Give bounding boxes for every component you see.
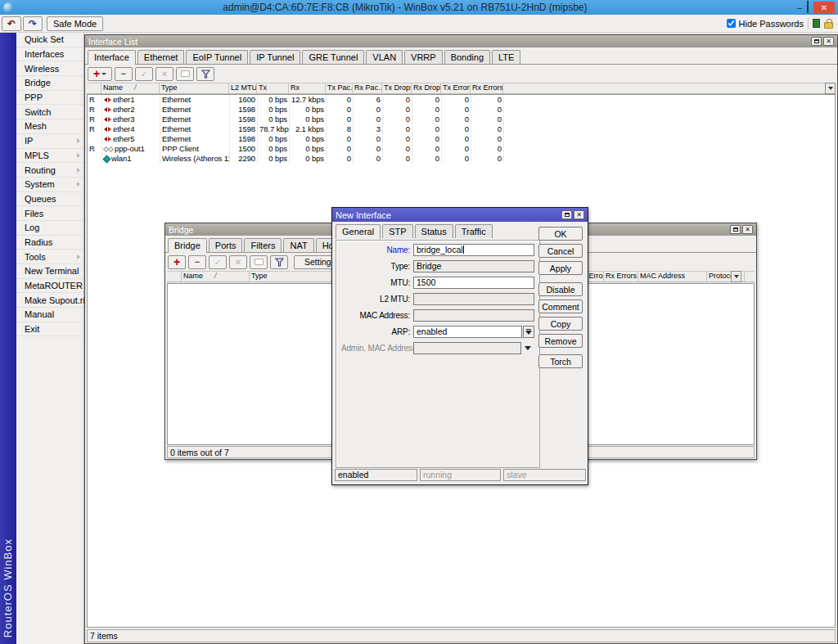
tab-gre-tunnel[interactable]: GRE Tunnel	[302, 50, 364, 64]
sidebar-item-interfaces[interactable]: Interfaces	[16, 47, 83, 62]
tab-stp[interactable]: STP	[382, 224, 412, 238]
column-name[interactable]: Name/	[101, 83, 160, 93]
column-l2mtu[interactable]: L2 MTU	[229, 83, 257, 93]
restore-icon[interactable]	[730, 225, 741, 234]
hide-passwords-input[interactable]	[727, 19, 736, 28]
sidebar-item-files[interactable]: Files	[16, 206, 83, 221]
sidebar-item-new-terminal[interactable]: New Terminal	[16, 264, 83, 279]
sidebar-item-switch[interactable]: Switch	[16, 105, 83, 119]
restore-icon[interactable]	[807, 3, 809, 11]
cancel-button[interactable]: Cancel	[538, 244, 583, 258]
disable-button[interactable]: Disable	[538, 282, 583, 296]
tab-status[interactable]: Status	[415, 224, 453, 238]
enable-button[interactable]: ✓	[209, 255, 227, 269]
ok-button[interactable]: OK	[538, 227, 583, 241]
column-rx-errors[interactable]: Rx Errors	[604, 272, 638, 281]
tab-vlan[interactable]: VLAN	[366, 50, 403, 64]
sidebar-item-log[interactable]: Log	[16, 221, 83, 236]
table-row[interactable]: R ether2 Ethernet 1598 0 bps 0 bps 0 0 0…	[88, 105, 835, 115]
tab-ip-tunnel[interactable]: IP Tunnel	[250, 50, 300, 64]
filter-button[interactable]	[270, 255, 288, 269]
tab-ethernet[interactable]: Ethernet	[137, 50, 185, 64]
tab-general[interactable]: General	[336, 224, 381, 239]
column-select-button[interactable]	[731, 271, 741, 282]
sidebar-item-tools[interactable]: Tools	[16, 250, 83, 264]
sidebar-item-ppp[interactable]: PPP	[16, 91, 83, 106]
copy-button[interactable]: Copy	[538, 317, 583, 331]
arp-dropdown-button[interactable]	[523, 326, 534, 338]
tab-interface[interactable]: Interface	[88, 50, 136, 65]
column-flag[interactable]	[167, 272, 182, 281]
name-field[interactable]: bridge_local	[413, 244, 534, 256]
interface-list-titlebar[interactable]: Interface List ✕	[85, 35, 837, 47]
column-type[interactable]: Type	[250, 272, 340, 281]
tab-vrrp[interactable]: VRRP	[404, 50, 443, 64]
minimize-icon[interactable]: –	[797, 3, 802, 11]
mtu-field[interactable]: 1500	[413, 277, 534, 289]
remove-button[interactable]: −	[115, 67, 133, 81]
enable-button[interactable]: ✓	[135, 67, 153, 81]
tab-lte[interactable]: LTE	[492, 50, 520, 64]
remove-button[interactable]: Remove	[538, 334, 583, 348]
column-tx-packet[interactable]: Tx Pac...	[326, 83, 353, 93]
arp-select[interactable]: enabled	[413, 326, 522, 338]
admin-mac-dropdown[interactable]	[521, 346, 534, 350]
table-row[interactable]: R ether4 Ethernet 1598 78.7 kbps 2.1 kbp…	[88, 124, 835, 134]
sidebar-item-system[interactable]: System	[16, 178, 83, 192]
undo-button[interactable]: ↶	[2, 16, 21, 31]
column-flag[interactable]	[87, 83, 101, 93]
tab-bonding[interactable]: Bonding	[444, 50, 490, 64]
column-tx-errors[interactable]: Tx Errors	[441, 83, 471, 93]
sidebar-item-bridge[interactable]: Bridge	[16, 76, 83, 91]
tab-bridge[interactable]: Bridge	[168, 238, 207, 253]
column-type[interactable]: Type	[160, 83, 229, 93]
column-rx-errors[interactable]: Rx Errors	[471, 83, 503, 93]
table-row[interactable]: R ppp-out1 PPP Client 1500 0 bps 0 bps 0…	[88, 144, 835, 154]
sidebar-item-metarouter[interactable]: MetaROUTER	[16, 279, 83, 294]
add-button[interactable]: +	[88, 67, 112, 81]
column-tx-drops[interactable]: Tx Drops	[382, 83, 412, 93]
sidebar-item-mesh[interactable]: Mesh	[16, 119, 83, 134]
tab-traffic[interactable]: Traffic	[455, 224, 493, 238]
sidebar-item-wireless[interactable]: Wireless	[16, 61, 83, 76]
close-icon[interactable]: ✕	[742, 225, 753, 234]
column-rx[interactable]: Rx	[289, 83, 326, 93]
add-button[interactable]: +	[168, 255, 186, 269]
restore-icon[interactable]	[811, 37, 822, 46]
sidebar-item-quick-set[interactable]: Quick Set	[16, 33, 83, 47]
column-select-button[interactable]	[825, 83, 836, 94]
tab-ports[interactable]: Ports	[209, 238, 243, 252]
sidebar-item-manual[interactable]: Manual	[16, 308, 83, 322]
sidebar-item-routing[interactable]: Routing	[16, 163, 83, 178]
comment-button[interactable]	[250, 255, 268, 269]
table-row[interactable]: R ether3 Ethernet 1598 0 bps 0 bps 0 0 0…	[88, 115, 835, 124]
table-row[interactable]: ether5 Ethernet 1598 0 bps 0 bps 0 0 0 0…	[88, 134, 835, 144]
remove-button[interactable]: −	[188, 255, 206, 269]
comment-button[interactable]	[176, 67, 194, 81]
column-rx-drops[interactable]: Rx Drops	[412, 83, 441, 93]
hide-passwords-checkbox[interactable]: Hide Passwords	[727, 19, 804, 29]
sidebar-item-ip[interactable]: IP	[16, 134, 83, 149]
close-icon[interactable]: ✕	[823, 37, 834, 46]
column-rx-packet[interactable]: Rx Pac...	[353, 83, 382, 93]
column-tx[interactable]: Tx	[257, 83, 289, 93]
sidebar-item-radius[interactable]: Radius	[16, 236, 83, 250]
apply-button[interactable]: Apply	[538, 261, 583, 275]
close-icon[interactable]: ✕	[813, 2, 835, 14]
torch-button[interactable]: Torch	[538, 354, 583, 368]
safe-mode-button[interactable]: Safe Mode	[47, 16, 103, 31]
redo-button[interactable]: ↷	[23, 16, 43, 31]
comment-button[interactable]: Comment	[538, 299, 583, 313]
column-name[interactable]: Name/	[182, 272, 250, 281]
sidebar-item-queues[interactable]: Queues	[16, 192, 83, 207]
tab-eoip-tunnel[interactable]: EoIP Tunnel	[186, 50, 248, 64]
sidebar-item-make-supout[interactable]: Make Supout.rif	[16, 293, 83, 308]
sidebar-item-exit[interactable]: Exit	[16, 322, 83, 337]
filter-button[interactable]	[196, 67, 214, 81]
disable-button[interactable]: ✕	[229, 255, 247, 269]
table-row[interactable]: R ether1 Ethernet 1600 0 bps 12.7 kbps 0…	[88, 95, 835, 105]
sidebar-item-mpls[interactable]: MPLS	[16, 149, 83, 164]
column-mac-address[interactable]: MAC Address	[638, 272, 707, 281]
disable-button[interactable]: ✕	[155, 67, 173, 81]
tab-filters[interactable]: Filters	[244, 238, 282, 252]
